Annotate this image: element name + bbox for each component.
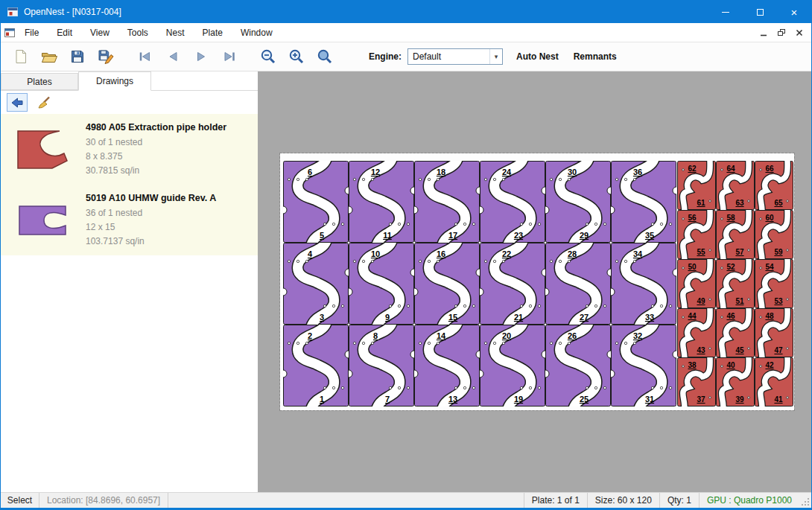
opennest-window: OpenNest - [N0317-004] × File Edit View … — [0, 0, 812, 510]
engine-value: Default — [408, 51, 489, 62]
part-number-label: 17 — [448, 231, 457, 240]
nested-part-pair[interactable]: 1211 — [345, 159, 418, 244]
nested-part-pair[interactable]: 3029 — [542, 159, 615, 244]
part-number-label: 34 — [633, 249, 643, 258]
nest-back-button[interactable] — [7, 93, 28, 112]
nested-part-pair[interactable]: 3433 — [607, 241, 680, 326]
menu-file[interactable]: File — [16, 23, 48, 42]
nested-part-pair[interactable]: 4645 — [717, 307, 755, 359]
part-area: 103.7137 sq/in — [86, 235, 216, 249]
part-size: 12 x 15 — [86, 220, 216, 235]
list-item[interactable]: 5019 A10 UHMW guide Rev. A 36 of 1 neste… — [1, 185, 258, 255]
open-button[interactable] — [35, 44, 63, 69]
menu-view[interactable]: View — [81, 23, 118, 42]
nested-part-pair[interactable]: 2625 — [542, 323, 615, 408]
menu-edit[interactable]: Edit — [48, 23, 81, 42]
menu-tools[interactable]: Tools — [118, 23, 157, 42]
mdi-window-controls — [756, 26, 811, 39]
engine-select[interactable]: Default ▾ — [407, 48, 503, 65]
part-number-label: 3 — [320, 313, 324, 322]
tab-drawings[interactable]: Drawings — [78, 71, 151, 91]
resize-grip[interactable] — [799, 493, 811, 508]
list-item[interactable]: 4980 A05 Extraction pipe holder 30 of 1 … — [1, 114, 258, 185]
save-button[interactable] — [63, 44, 92, 69]
sidebar-tabs: Plates Drawings — [1, 71, 258, 91]
part-number-label: 61 — [697, 199, 705, 207]
nested-part-pair[interactable]: 4241 — [755, 356, 793, 408]
nested-part-pair[interactable]: 3837 — [678, 356, 716, 408]
minimize-icon — [722, 12, 729, 13]
zoom-out-button[interactable] — [254, 44, 282, 69]
nested-part-pair[interactable]: 3231 — [607, 323, 680, 408]
nested-part-pair[interactable]: 3635 — [607, 159, 680, 244]
auto-nest-button[interactable]: Auto Nest — [515, 48, 560, 65]
app-icon — [7, 6, 19, 18]
part-number-label: 43 — [697, 346, 705, 354]
nav-first-button[interactable] — [130, 44, 159, 69]
nav-last-button[interactable] — [215, 44, 244, 69]
new-icon — [13, 48, 29, 65]
nested-part-pair[interactable]: 4443 — [678, 307, 716, 359]
part-number-label: 63 — [735, 199, 744, 207]
nested-part-pair[interactable]: 2423 — [476, 159, 549, 244]
part-number-label: 1 — [320, 395, 324, 404]
nested-part-pair[interactable]: 5655 — [678, 208, 716, 261]
menu-plate[interactable]: Plate — [194, 23, 232, 42]
nested-part-pair[interactable]: 65 — [280, 159, 352, 244]
nested-part-pair[interactable]: 4847 — [755, 307, 793, 359]
nav-next-button[interactable] — [187, 44, 215, 69]
nested-part-pair[interactable]: 6261 — [678, 159, 716, 211]
part-number-label: 51 — [735, 297, 744, 305]
save-as-button[interactable] — [92, 44, 120, 69]
nested-part-pair[interactable]: 21 — [280, 323, 352, 408]
part-number-label: 6 — [308, 168, 312, 176]
part-number-label: 19 — [514, 395, 523, 404]
nested-part-pair[interactable]: 1615 — [410, 241, 483, 326]
nested-part-pair[interactable]: 5049 — [678, 258, 716, 310]
tab-plates[interactable]: Plates — [1, 73, 78, 90]
nested-part-pair[interactable]: 109 — [345, 241, 418, 326]
clean-button[interactable] — [34, 93, 54, 112]
maximize-button[interactable] — [743, 1, 777, 23]
part-number-label: 59 — [774, 248, 783, 256]
nested-part-pair[interactable]: 2221 — [476, 241, 549, 326]
drawings-list: 4980 A05 Extraction pipe holder 30 of 1 … — [1, 114, 258, 255]
nested-part-pair[interactable]: 5453 — [755, 258, 793, 310]
nested-part-pair[interactable]: 6463 — [717, 159, 755, 211]
nested-part-pair[interactable]: 2827 — [542, 241, 615, 326]
minimize-button[interactable] — [708, 1, 743, 23]
red-part-shape-icon — [15, 128, 72, 171]
plate-sheet[interactable]: 6512111817242330293635431091615222128273… — [280, 153, 794, 410]
part-number-label: 45 — [735, 346, 744, 354]
remnants-button[interactable]: Remnants — [572, 48, 618, 65]
mdi-minimize-button[interactable] — [756, 26, 771, 39]
part-number-label: 18 — [437, 168, 445, 176]
close-button[interactable]: × — [777, 1, 811, 23]
menu-window[interactable]: Window — [232, 23, 282, 42]
nav-prev-button[interactable] — [159, 44, 187, 69]
zoom-in-button[interactable] — [282, 44, 311, 69]
part-title: 5019 A10 UHMW guide Rev. A — [86, 193, 216, 203]
zoom-fit-button[interactable] — [311, 44, 339, 69]
chevron-down-icon[interactable]: ▾ — [489, 49, 502, 64]
nav-prev-icon — [165, 49, 181, 64]
mdi-close-button[interactable] — [792, 26, 807, 39]
zoom-out-icon — [259, 48, 277, 66]
mdi-restore-button[interactable] — [774, 26, 789, 39]
nested-part-pair[interactable]: 87 — [345, 323, 418, 408]
nest-canvas[interactable]: 6512111817242330293635431091615222128273… — [258, 71, 812, 492]
mdi-document-icon — [4, 27, 16, 39]
nested-part-pair[interactable]: 1413 — [410, 323, 483, 408]
nested-part-pair[interactable]: 6059 — [755, 208, 793, 261]
menu-nest[interactable]: Nest — [157, 23, 194, 42]
part-number-label: 37 — [697, 395, 705, 404]
part-number-label: 7 — [385, 395, 390, 404]
nested-part-pair[interactable]: 43 — [280, 241, 352, 326]
nested-part-pair[interactable]: 6665 — [755, 159, 793, 211]
nested-part-pair[interactable]: 5857 — [717, 208, 755, 261]
nested-part-pair[interactable]: 2019 — [476, 323, 549, 408]
nested-part-pair[interactable]: 5251 — [717, 258, 755, 310]
nested-part-pair[interactable]: 4039 — [717, 356, 755, 408]
new-button[interactable] — [7, 44, 35, 69]
nested-part-pair[interactable]: 1817 — [410, 159, 483, 244]
